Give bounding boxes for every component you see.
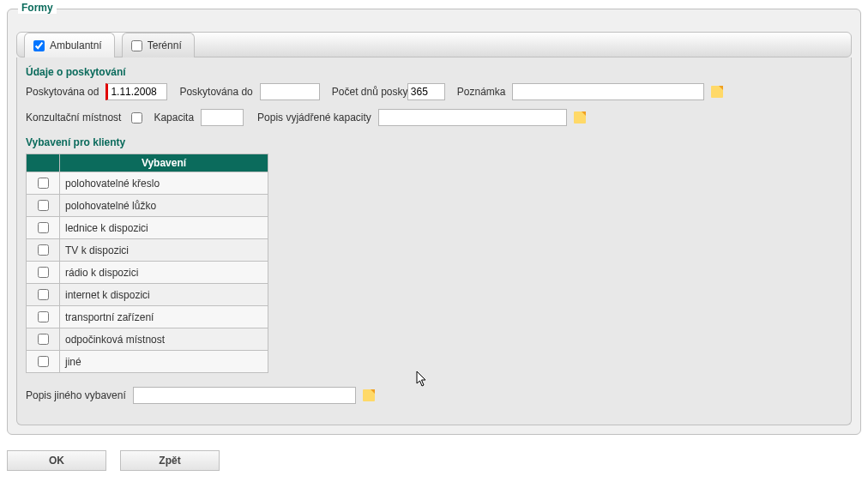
note-icon[interactable]	[711, 86, 723, 98]
table-cell-check	[27, 284, 60, 306]
poskytovana-do-input[interactable]	[260, 83, 320, 100]
vybaveni-legend: Vybavení pro klienty	[26, 136, 842, 148]
table-cell-check	[27, 239, 60, 262]
ok-button[interactable]: OK	[7, 450, 106, 471]
vybaveni-item-check[interactable]	[38, 244, 49, 256]
konzultacni-check[interactable]	[131, 112, 142, 124]
table-row: polohovatelné křeslo	[27, 172, 268, 195]
table-cell-check	[27, 351, 60, 373]
section-formy-legend: Formy	[18, 2, 57, 14]
table-cell-check	[27, 262, 60, 284]
vybaveni-item-label: TV k dispozici	[60, 239, 268, 262]
vybaveni-item-check[interactable]	[38, 356, 49, 367]
table-cell-check	[27, 328, 60, 351]
popis-kap-label: Popis vyjádřené kapacity	[257, 111, 371, 124]
kapacita-label: Kapacita	[154, 111, 194, 124]
vybaveni-item-label: polohovatelné lůžko	[60, 195, 268, 217]
table-cell-check	[27, 195, 60, 217]
table-row: TV k dispozici	[27, 239, 268, 262]
row-udaje-1: Poskytována od Poskytována do Počet dnů …	[26, 83, 842, 100]
note-icon[interactable]	[574, 111, 586, 124]
vybaveni-item-label: rádio k dispozici	[60, 262, 268, 284]
vybaveni-col-check	[27, 154, 60, 172]
tab-terenni[interactable]: Terénní	[122, 33, 195, 57]
tab-terenni-label: Terénní	[148, 39, 182, 51]
table-cell-check	[27, 217, 60, 239]
vybaveni-item-check[interactable]	[38, 178, 49, 189]
tab-ambulantni-label: Ambulantní	[50, 39, 102, 51]
tab-ambulantni-check[interactable]	[33, 40, 45, 51]
vybaveni-table: Vybavení polohovatelné křeslopolohovatel…	[26, 154, 268, 373]
vybaveni-item-check[interactable]	[38, 311, 49, 322]
popis-jineho-label: Popis jiného vybavení	[26, 389, 126, 401]
vybaveni-item-label: lednice k dispozici	[60, 217, 268, 239]
vybaveni-item-label: polohovatelné křeslo	[60, 172, 268, 195]
pocet-dnu-label: Počet dnů poskytování	[332, 87, 401, 98]
vybaveni-item-label: odpočinková místnost	[60, 328, 268, 351]
table-cell-check	[27, 306, 60, 328]
poskytovana-do-label: Poskytována do	[179, 86, 252, 98]
kapacita-input[interactable]	[201, 109, 244, 126]
table-row: transportní zařízení	[27, 306, 268, 328]
poskytovana-od-label: Poskytována od	[26, 86, 99, 98]
back-button[interactable]: Zpět	[120, 450, 220, 471]
konzultacni-label: Konzultační místnost	[26, 111, 121, 124]
pocet-dnu-input[interactable]	[407, 83, 445, 100]
note-icon[interactable]	[363, 389, 375, 401]
button-row: OK Zpět	[7, 450, 861, 471]
popis-kap-input[interactable]	[378, 109, 567, 126]
vybaveni-item-check[interactable]	[38, 222, 49, 233]
vybaveni-item-label: jiné	[60, 351, 268, 373]
table-row: jiné	[27, 351, 268, 373]
table-row: lednice k dispozici	[27, 217, 268, 239]
vybaveni-item-label: internet k dispozici	[60, 284, 268, 306]
vybaveni-item-label: transportní zařízení	[60, 306, 268, 328]
row-other: Popis jiného vybavení	[26, 387, 842, 404]
tab-body: Údaje o poskytování Poskytována od Posky…	[16, 57, 852, 425]
table-cell-check	[27, 172, 60, 195]
vybaveni-item-check[interactable]	[38, 334, 49, 345]
poznamka-input[interactable]	[512, 83, 704, 100]
popis-jineho-input[interactable]	[133, 387, 356, 404]
table-row: polohovatelné lůžko	[27, 195, 268, 217]
table-row: odpočinková místnost	[27, 328, 268, 351]
vybaveni-col-header: Vybavení	[60, 154, 268, 172]
row-udaje-2: Konzultační místnost Kapacita Popis vyjá…	[26, 109, 842, 126]
table-row: rádio k dispozici	[27, 262, 268, 284]
tab-terenni-check[interactable]	[131, 40, 142, 51]
vybaveni-item-check[interactable]	[38, 267, 49, 278]
udaje-legend: Údaje o poskytování	[26, 66, 842, 78]
vybaveni-item-check[interactable]	[38, 200, 49, 211]
tab-ambulantni[interactable]: Ambulantní	[24, 33, 115, 57]
vybaveni-item-check[interactable]	[38, 289, 49, 300]
tabbar: Ambulantní Terénní	[16, 32, 852, 57]
table-row: internet k dispozici	[27, 284, 268, 306]
poznamka-label: Poznámka	[457, 86, 506, 98]
poskytovana-od-input[interactable]	[105, 83, 167, 100]
section-formy: Formy Ambulantní Terénní Údaje o poskyto…	[7, 9, 861, 435]
